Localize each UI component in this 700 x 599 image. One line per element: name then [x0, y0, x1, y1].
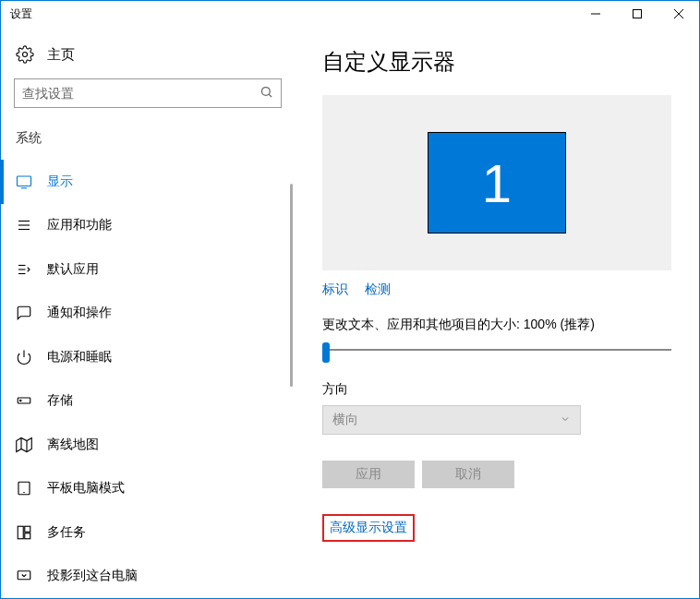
nav-label: 平板电脑模式 — [47, 480, 125, 497]
home-row[interactable]: 主页 — [1, 38, 295, 78]
gear-icon — [16, 45, 34, 64]
svg-point-17 — [20, 401, 22, 402]
main-panel: 自定义显示器 1 标识 检测 更改文本、应用和其他项目的大小: 100% (推荐… — [295, 27, 699, 598]
scale-label: 更改文本、应用和其他项目的大小: 100% (推荐) — [322, 317, 671, 333]
monitor-1[interactable]: 1 — [428, 132, 566, 234]
svg-rect-7 — [18, 176, 31, 186]
apps-icon — [16, 217, 32, 234]
button-row: 应用 取消 — [322, 461, 671, 488]
identify-link[interactable]: 标识 — [322, 282, 348, 298]
nav-label: 应用和功能 — [47, 217, 112, 234]
orientation-dropdown[interactable]: 横向 — [322, 405, 581, 435]
search-icon — [259, 85, 273, 102]
titlebar: 设置 — [1, 1, 699, 27]
cancel-button[interactable]: 取消 — [422, 461, 514, 488]
slider-track — [322, 349, 671, 351]
display-link-row: 标识 检测 — [322, 282, 671, 298]
scale-slider[interactable] — [322, 342, 671, 357]
projecting-icon — [16, 568, 32, 584]
default-apps-icon — [16, 261, 32, 278]
monitor-number: 1 — [482, 152, 512, 214]
nav-item-notifications[interactable]: 通知和操作 — [1, 292, 295, 336]
notifications-icon — [16, 305, 32, 321]
svg-rect-25 — [25, 533, 30, 539]
home-label: 主页 — [47, 46, 75, 64]
nav-item-apps[interactable]: 应用和功能 — [1, 204, 295, 248]
search-wrap — [1, 78, 295, 125]
nav-item-projecting[interactable]: 投影到这台电脑 — [1, 555, 295, 599]
detect-link[interactable]: 检测 — [365, 282, 391, 298]
nav-item-default-apps[interactable]: 默认应用 — [1, 247, 295, 292]
storage-icon — [16, 392, 32, 409]
page-heading: 自定义显示器 — [322, 47, 671, 77]
nav-label: 显示 — [47, 174, 73, 190]
sidebar-scrollbar[interactable] — [290, 184, 293, 387]
maps-icon — [16, 437, 32, 453]
nav-item-multitask[interactable]: 多任务 — [1, 510, 295, 555]
slider-thumb[interactable] — [322, 342, 330, 363]
advanced-display-link[interactable]: 高级显示设置 — [330, 520, 407, 536]
nav-list: 显示 应用和功能 默认应用 — [1, 160, 295, 598]
minimize-button[interactable] — [574, 1, 616, 27]
nav-label: 默认应用 — [47, 261, 99, 278]
chevron-down-icon — [560, 413, 571, 427]
orientation-label: 方向 — [322, 381, 671, 398]
nav-label: 电源和睡眠 — [47, 349, 112, 365]
nav-label: 离线地图 — [47, 437, 99, 453]
window-title: 设置 — [10, 6, 32, 22]
multitask-icon — [16, 524, 32, 541]
power-icon — [16, 349, 32, 365]
nav-item-maps[interactable]: 离线地图 — [1, 423, 295, 467]
orientation-value: 横向 — [332, 412, 358, 428]
nav-label: 存储 — [47, 392, 73, 409]
nav-item-tablet[interactable]: 平板电脑模式 — [1, 467, 295, 511]
settings-window: 设置 主页 — [0, 0, 700, 599]
window-controls — [574, 1, 699, 27]
close-icon — [674, 9, 683, 18]
svg-rect-26 — [18, 571, 30, 580]
nav-label: 投影到这台电脑 — [47, 568, 138, 584]
svg-rect-23 — [18, 526, 23, 539]
section-label: 系统 — [1, 125, 295, 160]
apply-button-label: 应用 — [356, 466, 381, 483]
tablet-icon — [16, 480, 32, 497]
content-area: 主页 系统 显示 — [1, 27, 699, 598]
svg-point-5 — [262, 88, 271, 96]
svg-point-4 — [23, 53, 28, 57]
nav-item-storage[interactable]: 存储 — [1, 379, 295, 424]
scale-slider-row — [322, 342, 671, 357]
svg-rect-1 — [633, 10, 641, 18]
search-input[interactable] — [22, 86, 259, 101]
svg-line-6 — [269, 94, 272, 97]
display-icon — [16, 174, 32, 190]
nav-item-display[interactable]: 显示 — [1, 160, 295, 204]
sidebar: 主页 系统 显示 — [1, 27, 295, 598]
highlight-box: 高级显示设置 — [322, 514, 415, 542]
nav-label: 通知和操作 — [47, 305, 112, 321]
svg-marker-18 — [17, 437, 32, 451]
nav-item-power[interactable]: 电源和睡眠 — [1, 335, 295, 379]
cancel-button-label: 取消 — [455, 466, 481, 483]
close-button[interactable] — [658, 1, 699, 27]
display-preview: 1 — [322, 95, 671, 270]
maximize-icon — [633, 9, 642, 18]
nav-label: 多任务 — [47, 524, 86, 541]
minimize-icon — [591, 9, 600, 18]
search-box[interactable] — [14, 78, 282, 108]
svg-rect-24 — [25, 526, 30, 532]
apply-button[interactable]: 应用 — [322, 461, 415, 488]
maximize-button[interactable] — [616, 1, 658, 27]
